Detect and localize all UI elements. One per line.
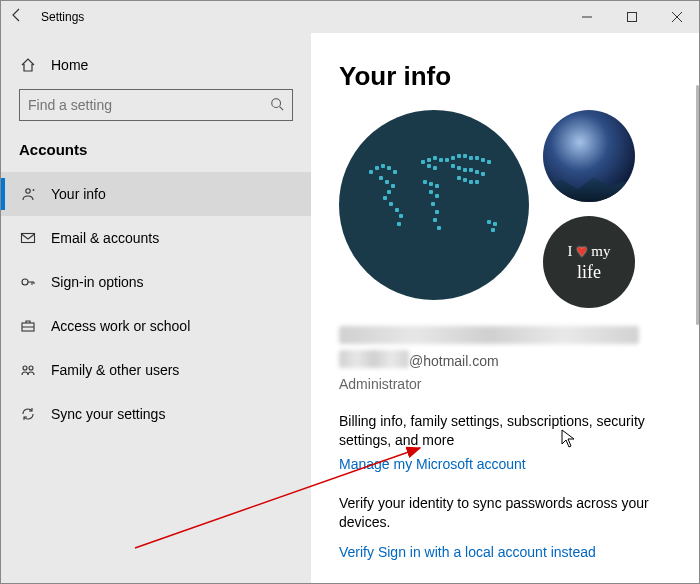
sidebar: Home Accounts Your info Email & acco [1, 33, 311, 583]
home-icon [19, 57, 37, 73]
sidebar-item-label: Sync your settings [51, 406, 165, 422]
back-button[interactable] [1, 7, 33, 27]
sidebar-item-label: Family & other users [51, 362, 179, 378]
avatar-current[interactable] [339, 110, 529, 300]
home-label: Home [51, 57, 88, 73]
cursor-icon [561, 429, 575, 449]
search-icon [270, 97, 284, 114]
scroll-thumb[interactable] [696, 85, 699, 325]
local-account-link[interactable]: Sign in with a local account instead [378, 544, 596, 560]
svg-point-6 [22, 279, 28, 285]
svg-line-3 [280, 106, 284, 110]
search-input[interactable] [28, 97, 270, 113]
maximize-button[interactable] [609, 1, 654, 33]
sidebar-item-work[interactable]: Access work or school [1, 304, 311, 348]
avatar-recent-2[interactable]: I♥my life [543, 216, 635, 308]
manage-account-link[interactable]: Manage my Microsoft account [339, 456, 526, 472]
svg-rect-1 [627, 13, 636, 22]
key-icon [19, 274, 37, 290]
page-title: Your info [339, 61, 671, 92]
verify-link[interactable]: Verify [339, 544, 374, 560]
settings-window: Settings Home Accoun [0, 0, 700, 584]
sidebar-item-label: Access work or school [51, 318, 190, 334]
person-icon [19, 186, 37, 202]
scrollbar[interactable] [693, 33, 699, 583]
sidebar-item-label: Sign-in options [51, 274, 144, 290]
svg-point-8 [23, 366, 27, 370]
window-body: Home Accounts Your info Email & acco [1, 33, 699, 583]
content-pane: Your info I♥my life [311, 33, 699, 583]
sidebar-section-header: Accounts [1, 137, 311, 172]
titlebar: Settings [1, 1, 699, 33]
avatar-row: I♥my life [339, 110, 671, 308]
verify-description: Verify your identity to sync passwords a… [339, 494, 671, 532]
sidebar-item-your-info[interactable]: Your info [1, 172, 311, 216]
close-button[interactable] [654, 1, 699, 33]
people-icon [19, 362, 37, 378]
minimize-button[interactable] [564, 1, 609, 33]
account-name-redacted [339, 326, 639, 344]
home-nav[interactable]: Home [1, 45, 311, 85]
avatar-recent-1[interactable] [543, 110, 635, 202]
heart-icon: ♥ [577, 241, 588, 262]
sidebar-item-family[interactable]: Family & other users [1, 348, 311, 392]
billing-description: Billing info, family settings, subscript… [339, 412, 671, 450]
sidebar-item-sync[interactable]: Sync your settings [1, 392, 311, 436]
svg-point-4 [26, 189, 30, 193]
sidebar-item-signin[interactable]: Sign-in options [1, 260, 311, 304]
window-title: Settings [33, 10, 84, 24]
search-box[interactable] [19, 89, 293, 121]
svg-point-9 [29, 366, 33, 370]
svg-point-2 [272, 98, 281, 107]
sidebar-item-label: Email & accounts [51, 230, 159, 246]
account-role: Administrator [339, 376, 671, 392]
sync-icon [19, 406, 37, 422]
mail-icon [19, 230, 37, 246]
briefcase-icon [19, 318, 37, 334]
sidebar-item-label: Your info [51, 186, 106, 202]
account-email: @hotmail.com [339, 350, 671, 374]
sidebar-item-email[interactable]: Email & accounts [1, 216, 311, 260]
